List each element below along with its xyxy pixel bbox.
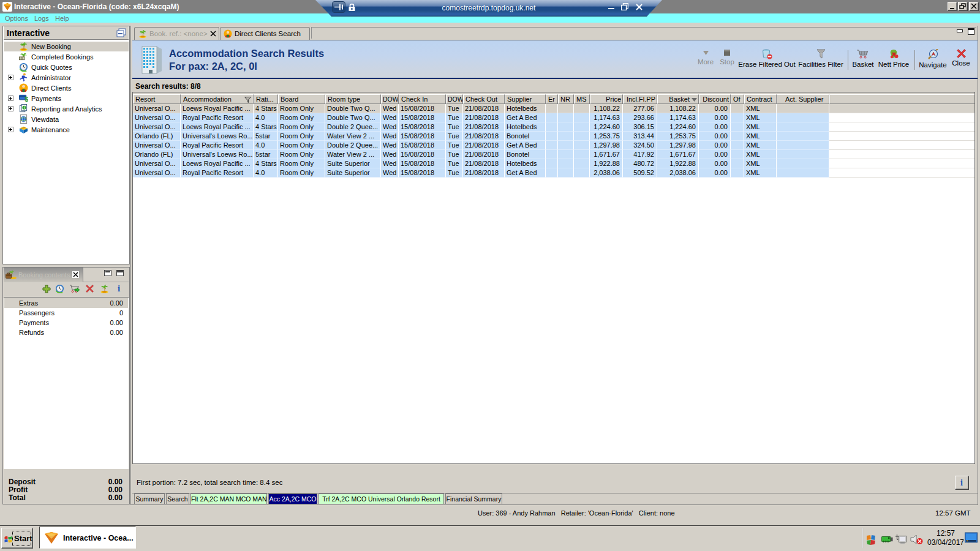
svg-text:$: $ — [24, 96, 28, 103]
